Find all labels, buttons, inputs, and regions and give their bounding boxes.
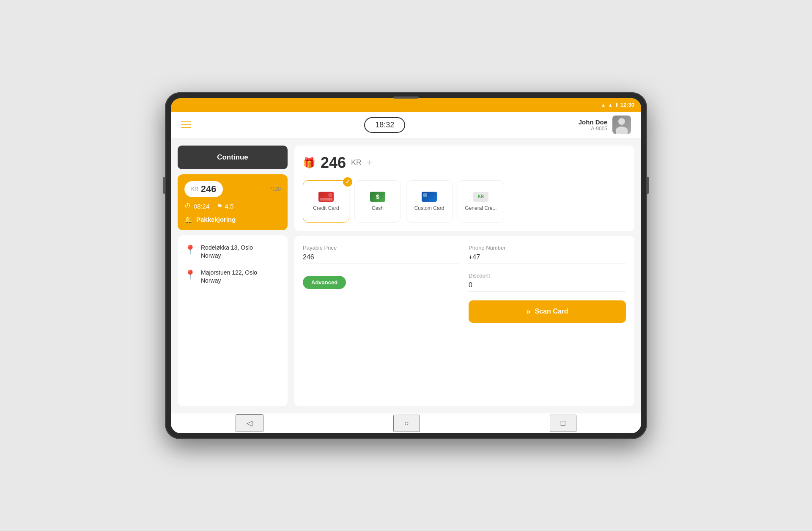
time-stat: ⏱ 08:24 [184,202,210,210]
trip-stats: ⏱ 08:24 ⚑ 4.5 [184,202,281,210]
rating-stat: ⚑ 4.5 [217,202,234,210]
payment-method-cash[interactable]: $ Cash [354,180,401,223]
discount-value: 0 [469,281,626,292]
pickup-line1: Rodeløkka 13, Oslo [201,244,253,251]
package-icon: 🔔 [184,215,193,223]
general-credit-label: General Cre... [465,205,497,211]
dropoff-line1: Majorstuen 122, Oslo [201,269,257,276]
dropoff-location: 📍 Majorstuen 122, Oslo Norway [184,269,281,285]
user-id: A-9005 [579,126,607,132]
locations-card: 📍 Rodeløkka 13, Oslo Norway 📍 Majorstuen… [178,235,288,406]
trip-type: Pakkekjoring [196,216,236,223]
discount-label: Discount [469,272,626,279]
recents-button[interactable]: □ [550,415,576,432]
tablet-notch [393,96,419,99]
general-credit-icon: KR [473,192,488,202]
phone-number-label: Phone Number [469,245,626,251]
trip-code: *120 [270,186,281,192]
scan-card-label: Scan Card [535,308,568,315]
menu-button[interactable] [181,121,191,128]
selected-checkmark: ✓ [343,177,352,187]
amount-row: KR 246 *120 [184,181,281,197]
payment-details-card: Payable Price 246 Advanced Phone Number … [294,236,634,406]
total-currency: KR [351,158,362,167]
left-panel: Continue KR 246 *120 ⏱ 08:24 [178,146,288,406]
payment-method-credit-card[interactable]: ✓ Credit Card [303,180,349,223]
right-panel: 🎁 246 KR + ✓ Credit Card [294,146,634,406]
phone-number-group: Phone Number +47 [469,245,626,264]
payable-price-value: 246 [303,253,460,264]
dropoff-address: Majorstuen 122, Oslo Norway [201,269,257,285]
trip-card: KR 246 *120 ⏱ 08:24 ⚑ 4.5 [178,174,288,230]
dropoff-pin-icon: 📍 [184,270,196,281]
back-button[interactable]: ◁ [236,414,263,432]
payment-methods: ✓ Credit Card $ Cash [303,180,626,223]
payment-method-general-credit[interactable]: KR General Cre... [458,180,504,223]
payable-price-label: Payable Price [303,245,460,251]
add-button[interactable]: + [367,157,373,169]
form-left: Payable Price 246 Advanced [303,245,460,398]
payment-card: 🎁 246 KR + ✓ Credit Card [294,146,634,231]
scan-icon: » [526,307,530,316]
trip-amount: 246 [201,184,217,195]
bottom-nav: ◁ ○ □ [171,413,641,433]
battery-icon: ▮ [615,102,618,107]
pickup-location: 📍 Rodeløkka 13, Oslo Norway [184,244,281,260]
amount-pill: KR 246 [184,181,223,197]
home-button[interactable]: ○ [393,415,420,432]
top-bar: 18:32 John Doe A-9005 [171,112,641,139]
user-details: John Doe A-9005 [579,118,607,132]
time-display: 18:32 [364,117,405,133]
trip-label-row: 🔔 Pakkekjoring [184,215,281,223]
flag-icon: ⚑ [217,202,222,210]
discount-group: Discount 0 [469,272,626,292]
clock-icon: ⏱ [184,202,191,210]
cash-label: Cash [372,205,384,211]
tablet-screen: ▲ ▲ ▮ 12:30 18:32 John Doe A-9005 [171,98,641,433]
total-amount: 246 [321,154,346,172]
phone-number-value: +47 [469,253,626,264]
pickup-address: Rodeløkka 13, Oslo Norway [201,244,253,260]
dropoff-line2: Norway [201,277,221,284]
user-name: John Doe [579,118,607,126]
trip-time: 08:24 [194,203,210,210]
tablet-device: ▲ ▲ ▮ 12:30 18:32 John Doe A-9005 [165,92,647,439]
volume-button [163,177,165,194]
custom-card-label: Custom Card [414,205,444,211]
receipt-icon: 🎁 [303,157,315,169]
pickup-line2: Norway [201,252,221,259]
credit-card-label: Credit Card [313,205,339,211]
trip-rating: 4.5 [225,203,234,210]
power-button [647,177,649,194]
cash-icon: $ [370,192,385,202]
continue-button[interactable]: Continue [178,146,288,169]
credit-card-icon [318,192,334,202]
status-icons: ▲ ▲ ▮ 12:30 [601,102,634,108]
form-right: Phone Number +47 Discount 0 » Scan Card [469,245,626,398]
wifi-icon: ▲ [601,102,606,107]
total-row: 🎁 246 KR + [303,154,626,172]
advanced-button[interactable]: Advanced [303,276,346,289]
currency-label: KR [191,186,198,192]
payable-price-group: Payable Price 246 [303,245,460,264]
pickup-pin-icon: 📍 [184,245,196,256]
payment-method-custom-card[interactable]: Custom Card [406,180,453,223]
main-content: Continue KR 246 *120 ⏱ 08:24 [171,139,641,413]
signal-icon: ▲ [608,102,613,107]
custom-card-icon [422,192,437,202]
scan-card-button[interactable]: » Scan Card [469,300,626,323]
user-info: John Doe A-9005 [579,116,631,134]
status-bar: ▲ ▲ ▮ 12:30 [171,98,641,112]
avatar [612,116,631,134]
status-time: 12:30 [620,102,634,108]
